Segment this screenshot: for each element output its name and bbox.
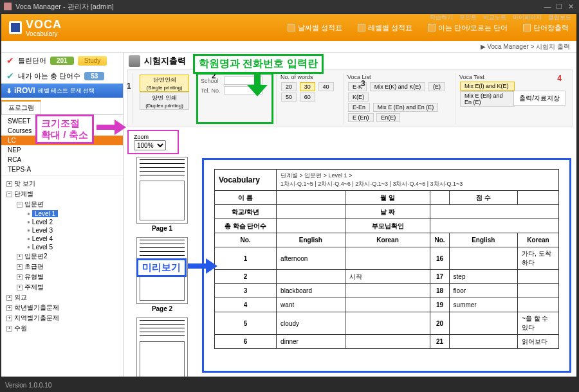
arrow-right-icon xyxy=(188,258,219,274)
vl-ene[interactable]: En(E) xyxy=(376,113,400,122)
max-button[interactable]: ☐ xyxy=(555,3,564,11)
nav-date-report[interactable]: 날짜별 성적표 xyxy=(288,23,342,33)
status-bar: Version 1.0.0.10 xyxy=(0,380,579,392)
book-teps[interactable]: TEPS-A xyxy=(1,165,123,174)
stat-wrong: ✔ 틀린단어 201 Study xyxy=(1,53,123,68)
preview-pane[interactable]: Vocabulary 단계별 > 입문편 > Level 1 >1차시-Q.1~… xyxy=(202,158,571,373)
known-count: 53 xyxy=(84,72,104,80)
nav-menus: 날짜별 성적표 레벨별 성적표 아는 단어/모르는 단어 단어장출력 xyxy=(288,23,569,33)
sidebar-tabs: 프로그램 xyxy=(1,100,123,115)
tree-foreign[interactable]: +외교 xyxy=(1,292,123,303)
tree-beginner[interactable]: +초급편 xyxy=(1,262,123,272)
opt-vocatest: Voca Test Mix E(l) and K(E) Mix E (En) a… xyxy=(455,73,519,124)
print-save-button[interactable]: 출력/자료저장 xyxy=(513,91,565,106)
thumb-1[interactable]: Page 1 xyxy=(127,157,197,232)
btn-single-print[interactable]: 단면인쇄(Single printing) xyxy=(140,75,189,92)
logo-text: VOCA xyxy=(26,18,62,31)
close-button[interactable]: ✕ xyxy=(566,3,575,11)
tree-suwon[interactable]: +수원 xyxy=(1,323,123,334)
download-icon: ⬇ xyxy=(6,87,12,94)
tab-program[interactable]: 프로그램 xyxy=(1,100,41,114)
vl-mix1[interactable]: Mix E(K) and K(E) xyxy=(370,82,426,91)
vl-e[interactable]: (E) xyxy=(428,82,445,91)
vt-1[interactable]: Mix E(l) and K(E) xyxy=(460,82,515,91)
arrow-right-icon xyxy=(96,120,127,135)
zoom-row: Zoom 100% xyxy=(124,127,576,154)
report-header: 시험지출력 xyxy=(124,53,576,69)
tree-stage[interactable]: −단계별 xyxy=(1,189,123,199)
tree-grade-past[interactable]: +학년별기출문제 xyxy=(1,303,123,313)
svg-marker-1 xyxy=(96,120,126,135)
opt-vocalist: Voca List E-K Mix E(K) and K(E) (E) K(E)… xyxy=(343,73,452,124)
btn-duplex-print[interactable]: 양면 인쇄(Duplex printing) xyxy=(140,93,189,110)
tree-region-past[interactable]: +지역별기출문제 xyxy=(1,313,123,323)
window-title: Voca Manager - 관리자 [admin] xyxy=(15,2,114,12)
link-point[interactable]: 포인트 xyxy=(459,13,477,22)
sidebar: ✔ 틀린단어 201 Study ✔ 내가 아는 총 단어수 53 ⬇ iROV… xyxy=(1,53,124,377)
btn-20[interactable]: 20 xyxy=(281,82,297,91)
tree-preview[interactable]: +맛 보기 xyxy=(1,179,123,189)
btn-50[interactable]: 50 xyxy=(281,93,297,102)
logo: VOCA Vocabulary xyxy=(9,18,62,37)
svg-marker-0 xyxy=(247,72,268,96)
callout-preview: 미리보기 xyxy=(136,258,187,277)
table-row: 4want19summer xyxy=(215,298,559,312)
app-icon xyxy=(4,3,12,10)
nav-level-report[interactable]: 레벨별 성적표 xyxy=(358,23,412,33)
opt-nwords: No. of words 20 30 40 50 60 xyxy=(276,73,340,124)
zoom-select[interactable]: 100% xyxy=(134,140,166,150)
tree-type[interactable]: +유형별 xyxy=(1,272,123,282)
breadcrumb: ▶ Voca Manager > 시험지 출력 xyxy=(1,41,576,53)
tree-intro[interactable]: −입문편 xyxy=(1,199,123,209)
wrong-count: 201 xyxy=(50,57,74,65)
tree-level5[interactable]: ●Level 5 xyxy=(1,243,123,251)
vl-een2[interactable]: E (En) xyxy=(348,113,374,122)
hdr-vocab: Vocabulary xyxy=(215,170,277,191)
table-row: 1afternoon16가다, 도착하다 xyxy=(215,247,559,270)
tree-level4[interactable]: ●Level 4 xyxy=(1,235,123,243)
vl-een[interactable]: E-En xyxy=(348,103,370,112)
thumb-3[interactable]: Page 3 xyxy=(127,317,197,377)
study-button[interactable]: Study xyxy=(78,56,107,66)
min-button[interactable]: — xyxy=(543,3,552,11)
step-1: 1 xyxy=(127,82,131,91)
link-mypage[interactable]: 마이페이지 xyxy=(513,13,542,22)
irovi-bar[interactable]: ⬇ iROVI 레벨 테스트 문제 선택 xyxy=(1,84,123,98)
lbl-vocatest: Voca Test xyxy=(459,74,515,80)
report-title: 시험지출력 xyxy=(144,55,186,67)
main-panel: 시험지출력 1 2 3 4 단면인쇄(Single printing) 양면 인… xyxy=(124,53,576,377)
tree-topic[interactable]: +주제별 xyxy=(1,282,123,292)
nav-known-words[interactable]: 아는 단어/모르는 단어 xyxy=(428,23,508,33)
tree-level1[interactable]: ●Level 1 xyxy=(1,209,123,218)
lbl-nwords: No. of words xyxy=(280,74,336,80)
options-bar: 1 2 3 4 단면인쇄(Single printing) 양면 인쇄(Dupl… xyxy=(127,69,573,127)
level-icon xyxy=(358,24,365,31)
words-icon xyxy=(428,24,436,31)
step-3: 3 xyxy=(361,79,365,88)
table-row: 5cloudy20~을 할 수 있다 xyxy=(215,312,559,335)
link-clipboard[interactable]: 클립보드 xyxy=(548,13,571,22)
tree-intro2[interactable]: +입문편2 xyxy=(1,251,123,262)
print-icon xyxy=(523,24,531,31)
top-links: 학습하기 포인트 비교노트 마이페이지 클립보드 xyxy=(430,13,571,22)
vt-2[interactable]: Mix E (En) and En (E) xyxy=(460,91,515,107)
hdr-path: 단계별 > 입문편 > Level 1 >1차시-Q.1~5 | 2차시-Q.4… xyxy=(277,170,559,191)
step-4: 4 xyxy=(557,74,562,83)
stat-known: ✔ 내가 아는 총 단어수 53 xyxy=(1,68,123,84)
btn-60[interactable]: 60 xyxy=(300,93,315,102)
link-compare[interactable]: 비교노트 xyxy=(483,13,506,22)
btn-40[interactable]: 40 xyxy=(318,82,334,91)
table-row: 6dinner21읽어보다 xyxy=(215,335,559,349)
link-study[interactable]: 학습하기 xyxy=(430,13,453,22)
book-nep[interactable]: NEP xyxy=(1,145,123,155)
nav-print[interactable]: 단어장출력 xyxy=(523,23,569,33)
nav-tree[interactable]: +맛 보기 −단계별 −입문편 ●Level 1 ●Level 2 ●Level… xyxy=(1,175,123,377)
check-icon: ✔ xyxy=(6,55,14,66)
vl-mix2[interactable]: Mix E (En) and En (E) xyxy=(373,103,439,112)
tree-level2[interactable]: ●Level 2 xyxy=(1,218,123,226)
btn-30[interactable]: 30 xyxy=(300,82,315,91)
book-rca[interactable]: RCA xyxy=(1,155,123,165)
zoom-label: Zoom xyxy=(134,134,166,140)
tree-level3[interactable]: ●Level 3 xyxy=(1,226,123,235)
vl-ke[interactable]: K(E) xyxy=(348,93,369,102)
